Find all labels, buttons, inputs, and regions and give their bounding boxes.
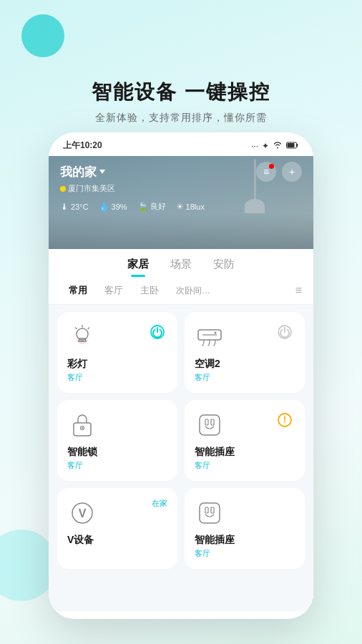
category-more-button[interactable]: ≡ [295, 284, 302, 297]
device-name-v: V设备 [67, 534, 167, 547]
device-toggle-plug1[interactable]: ! [275, 410, 295, 430]
device-name-ac: 空调2 [195, 358, 295, 371]
blob-decoration-tl [21, 14, 64, 57]
svg-text:!: ! [283, 415, 286, 425]
weather-air: 🍃 良好 [137, 201, 166, 212]
svg-rect-16 [205, 419, 208, 425]
cat-living[interactable]: 客厅 [96, 283, 132, 298]
device-name-plug2: 智能插座 [195, 534, 295, 547]
svg-rect-15 [200, 415, 220, 435]
device-card-lock[interactable]: 智能锁 客厅 [57, 400, 177, 481]
status-icons: ··· ✦ [251, 140, 299, 151]
device-loc-plug2: 客厅 [195, 548, 295, 559]
device-card-v[interactable]: V V设备 在家 [57, 488, 177, 569]
device-status-v: 在家 [152, 498, 167, 509]
phone-frame: 上午10:20 ··· ✦ [49, 132, 313, 619]
svg-rect-24 [211, 507, 214, 513]
tab-scene[interactable]: 场景 [170, 258, 192, 277]
hero-title: 智能设备 一键操控 [0, 79, 362, 106]
category-bar: 常用 客厅 主卧 次卧间次卧间... ≡ [49, 277, 313, 305]
notification-dot [269, 164, 274, 169]
device-card-ac[interactable]: 空调2 客厅 [185, 312, 305, 393]
notification-button[interactable]: ≡ [256, 162, 276, 182]
app-header: 我的家 ≡ + 厦门市集美区 🌡 [49, 156, 313, 249]
device-grid: 彩灯 客厅 [49, 305, 313, 576]
location-row: 厦门市集美区 [60, 183, 302, 194]
device-name-light: 彩灯 [67, 358, 167, 371]
hero-subtitle: 全新体验，支持常用排序，懂你所需 [0, 112, 362, 125]
device-card-plug2[interactable]: 智能插座 客厅 [185, 488, 305, 569]
device-icon-light [67, 322, 97, 352]
device-card-light[interactable]: 彩灯 客厅 [57, 312, 177, 393]
add-device-button[interactable]: + [282, 162, 302, 182]
device-loc-lock: 客厅 [67, 460, 167, 471]
tab-bar: 家居 场景 安防 [49, 249, 313, 277]
header-actions: ≡ + [256, 162, 302, 182]
weather-light: ☀ 18lux [176, 201, 205, 212]
device-card-plug1[interactable]: 智能插座 客厅 ! [185, 400, 305, 481]
svg-rect-17 [211, 419, 214, 425]
home-row: 我的家 ≡ + [60, 162, 302, 182]
tab-home[interactable]: 家居 [127, 258, 149, 277]
weather-humidity: 💧 39% [99, 201, 127, 212]
main-content: 家居 场景 安防 常用 客厅 主卧 次卧间次卧间... ≡ [49, 249, 313, 611]
device-icon-lock [67, 410, 97, 440]
svg-line-6 [88, 328, 89, 329]
device-loc-plug1: 客厅 [195, 460, 295, 471]
device-icon-v: V [67, 498, 97, 528]
chevron-down-icon [99, 170, 105, 174]
status-bar: 上午10:20 ··· ✦ [49, 132, 313, 156]
weather-row: 🌡 23°C 💧 39% 🍃 良好 ☀ 18lux [60, 201, 302, 212]
device-toggle-light[interactable] [147, 322, 167, 342]
svg-point-10 [215, 332, 217, 334]
svg-rect-22 [200, 503, 220, 523]
bluetooth-icon: ✦ [262, 141, 269, 151]
svg-line-5 [76, 328, 77, 329]
svg-rect-23 [205, 507, 208, 513]
home-name[interactable]: 我的家 [60, 164, 105, 180]
device-icon-plug1 [195, 410, 225, 440]
weather-temp: 🌡 23°C [60, 201, 89, 212]
svg-point-14 [82, 427, 83, 429]
device-icon-ac [195, 322, 225, 352]
device-loc-ac: 客厅 [195, 372, 295, 383]
location-dot-icon [60, 186, 66, 192]
device-icon-plug2 [195, 498, 225, 528]
device-toggle-ac[interactable] [275, 322, 295, 342]
battery-icon [286, 141, 299, 151]
cat-common[interactable]: 常用 [60, 283, 96, 298]
ellipsis-icon: ··· [251, 141, 258, 151]
status-time: 上午10:20 [63, 140, 102, 152]
cat-master[interactable]: 主卧 [132, 283, 167, 298]
wifi-icon [273, 140, 283, 151]
device-name-plug1: 智能插座 [195, 446, 295, 459]
cat-secondary[interactable]: 次卧间次卧间... [167, 283, 225, 298]
svg-rect-1 [288, 143, 295, 147]
svg-text:V: V [79, 507, 87, 519]
device-name-lock: 智能锁 [67, 446, 167, 459]
device-loc-light: 客厅 [67, 372, 167, 383]
tab-security[interactable]: 安防 [213, 258, 235, 277]
